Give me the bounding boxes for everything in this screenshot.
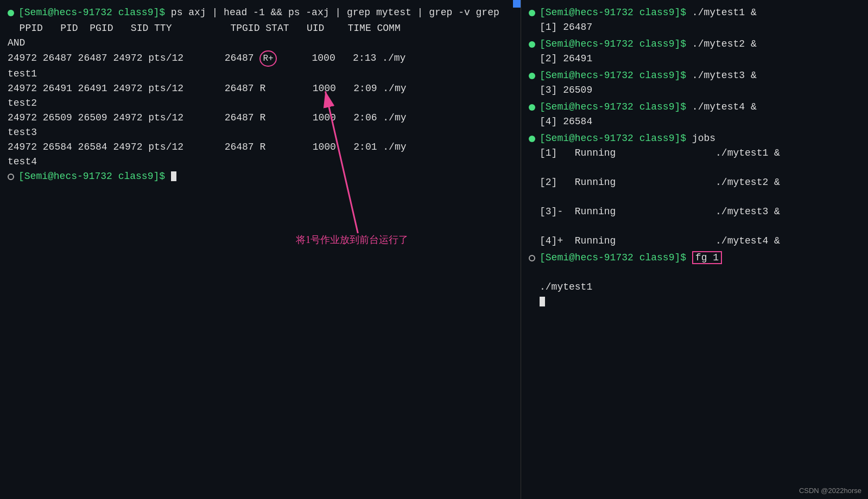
left-prompt-empty: [Semi@hecs-91732 class9]$ bbox=[8, 169, 513, 185]
r-cmd-4: ./mytest4 & bbox=[692, 101, 757, 112]
r-prompt-2: [Semi@hecs-91732 class9]$ bbox=[540, 39, 692, 49]
right-line-3: [Semi@hecs-91732 class9]$ ./mytest3 & [3… bbox=[529, 68, 860, 98]
right-text-fg: [Semi@hecs-91732 class9]$ fg 1 ./mytest1 bbox=[540, 251, 860, 309]
ps-row-1b: test1 bbox=[8, 67, 513, 81]
r-output-fg: ./mytest1 bbox=[540, 282, 592, 307]
right-text-2: [Semi@hecs-91732 class9]$ ./mytest2 & [2… bbox=[540, 37, 860, 66]
r-output-jobs-3: [3]- Running ./mytest3 & bbox=[540, 206, 780, 217]
dot-filled-r4 bbox=[529, 104, 535, 111]
r-output-2: [2] 26491 bbox=[540, 53, 592, 64]
left-prompt-text: [Semi@hecs-91732 class9]$ bbox=[18, 169, 513, 184]
right-line-2: [Semi@hecs-91732 class9]$ ./mytest2 & [2… bbox=[529, 37, 860, 66]
dot-empty-left bbox=[8, 174, 14, 180]
ps-header: PPID PID PGID SID TTY TPGID STAT UID TIM… bbox=[8, 21, 513, 36]
ps-row-3b: test3 bbox=[8, 125, 513, 140]
top-blue-indicator bbox=[513, 0, 521, 8]
r-output-4: [4] 26584 bbox=[540, 116, 592, 127]
r-output-jobs-2: [2] Running ./mytest2 & bbox=[540, 177, 780, 188]
r-cmd-5: jobs bbox=[692, 133, 715, 144]
cursor bbox=[171, 171, 176, 181]
r-output-jobs-1: [1] Running ./mytest1 & bbox=[540, 148, 780, 158]
ps-and: AND bbox=[8, 36, 513, 50]
right-line-1: [Semi@hecs-91732 class9]$ ./mytest1 & [1… bbox=[529, 5, 860, 35]
r-cmd-3: ./mytest3 & bbox=[692, 70, 757, 81]
r-prompt-1: [Semi@hecs-91732 class9]$ bbox=[540, 7, 692, 18]
ps-row-2: 24972 26491 26491 24972 pts/12 26487 R 1… bbox=[8, 81, 513, 96]
csdn-watermark: CSDN @2022horse bbox=[799, 487, 861, 495]
left-line-1: [Semi@hecs-91732 class9]$ ps axj | head … bbox=[8, 5, 513, 21]
prompt-1: [Semi@hecs-91732 class9]$ bbox=[18, 7, 171, 18]
r-output-1: [1] 26487 bbox=[540, 22, 592, 33]
dot-filled-r2 bbox=[529, 41, 535, 48]
right-cursor bbox=[540, 297, 545, 306]
r-prompt-3: [Semi@hecs-91732 class9]$ bbox=[540, 70, 692, 81]
dot-filled-r3 bbox=[529, 73, 535, 79]
right-text-1: [Semi@hecs-91732 class9]$ ./mytest1 & [1… bbox=[540, 5, 860, 35]
ps-row-3: 24972 26509 26509 24972 pts/12 26487 R 1… bbox=[8, 111, 513, 125]
ps-row-4: 24972 26584 26584 24972 pts/12 26487 R 1… bbox=[8, 140, 513, 155]
stat-rplus: R+ bbox=[259, 50, 276, 67]
right-line-4: [Semi@hecs-91732 class9]$ ./mytest4 & [4… bbox=[529, 100, 860, 129]
annotation-text: 将1号作业放到前台运行了 bbox=[296, 233, 408, 246]
fg-command-box: fg 1 bbox=[692, 251, 722, 264]
ps-row-4b: test4 bbox=[8, 155, 513, 169]
left-panel: [Semi@hecs-91732 class9]$ ps axj | head … bbox=[0, 0, 521, 499]
dot-filled-r1 bbox=[529, 10, 535, 16]
right-text-4: [Semi@hecs-91732 class9]$ ./mytest4 & [4… bbox=[540, 100, 860, 129]
ps-row-1: 24972 26487 26487 24972 pts/12 26487 R+ … bbox=[8, 50, 513, 67]
dot-empty-right bbox=[529, 255, 535, 261]
r-cmd-2: ./mytest2 & bbox=[692, 39, 757, 49]
cmd-1: ps axj | head -1 && ps -axj | grep mytes… bbox=[171, 7, 499, 18]
r-prompt-5: [Semi@hecs-91732 class9]$ bbox=[540, 133, 692, 144]
right-panel: [Semi@hecs-91732 class9]$ ./mytest1 & [1… bbox=[521, 0, 868, 499]
right-line-fg: [Semi@hecs-91732 class9]$ fg 1 ./mytest1 bbox=[529, 251, 860, 309]
right-text-3: [Semi@hecs-91732 class9]$ ./mytest3 & [3… bbox=[540, 68, 860, 98]
terminal-container: [Semi@hecs-91732 class9]$ ps axj | head … bbox=[0, 0, 868, 499]
r-output-jobs-4: [4]+ Running ./mytest4 & bbox=[540, 235, 780, 246]
right-text-jobs: [Semi@hecs-91732 class9]$ jobs [1] Runni… bbox=[540, 131, 860, 248]
r-cmd-1: ./mytest1 & bbox=[692, 7, 757, 18]
r-prompt-4: [Semi@hecs-91732 class9]$ bbox=[540, 101, 692, 112]
ps-row-2b: test2 bbox=[8, 96, 513, 111]
dot-filled-r5 bbox=[529, 136, 535, 142]
prompt-empty: [Semi@hecs-91732 class9]$ bbox=[18, 171, 171, 182]
dot-filled-1 bbox=[8, 10, 14, 16]
r-prompt-6: [Semi@hecs-91732 class9]$ bbox=[540, 252, 692, 263]
r-output-3: [3] 26509 bbox=[540, 85, 592, 95]
left-cmd-1: [Semi@hecs-91732 class9]$ ps axj | head … bbox=[18, 5, 513, 20]
right-line-jobs: [Semi@hecs-91732 class9]$ jobs [1] Runni… bbox=[529, 131, 860, 248]
